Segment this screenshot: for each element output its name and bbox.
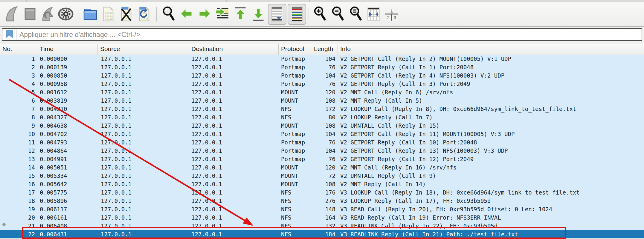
cell-time: 0.005896 bbox=[37, 197, 98, 205]
cell-length: 104 bbox=[312, 130, 338, 138]
cell-no: 10 bbox=[0, 130, 37, 138]
packet-row[interactable]: 9 0.004638 127.0.0.1 127.0.0.1 MOUNT 108… bbox=[0, 121, 644, 130]
close-file-button[interactable]: 010100110101110 bbox=[118, 4, 135, 24]
layout-panes-button[interactable]: 123 bbox=[383, 4, 400, 24]
cell-destination: 127.0.0.1 bbox=[189, 63, 279, 71]
svg-text:01010: 01010 bbox=[105, 11, 113, 14]
go-first-packet-button[interactable] bbox=[232, 4, 249, 24]
capture-options-button[interactable] bbox=[57, 4, 74, 24]
packet-row[interactable]: 20 0.006161 127.0.0.1 127.0.0.1 NFS 164 … bbox=[0, 213, 644, 222]
svg-text:3: 3 bbox=[394, 15, 396, 20]
go-to-packet-button[interactable] bbox=[214, 4, 231, 24]
column-header-source[interactable]: Source bbox=[98, 44, 189, 55]
cell-info: V2 MNT Reply (Call In 5) bbox=[338, 96, 644, 105]
filter-bar bbox=[0, 27, 644, 44]
column-header-protocol[interactable]: Protocol bbox=[279, 44, 312, 55]
find-packet-button[interactable] bbox=[160, 4, 177, 24]
packet-row[interactable]: 16 0.005642 127.0.0.1 127.0.0.1 MOUNT 10… bbox=[0, 180, 644, 188]
cell-time: 0.004991 bbox=[37, 155, 98, 163]
packet-row[interactable]: 18 0.005896 127.0.0.1 127.0.0.1 NFS 276 … bbox=[0, 197, 644, 205]
go-back-button[interactable] bbox=[178, 4, 195, 24]
cell-info: V2 MNT Call (Reply In 16) /srv/nfs bbox=[338, 163, 644, 172]
cell-source: 127.0.0.1 bbox=[98, 80, 189, 88]
restart-capture-button[interactable] bbox=[39, 4, 56, 24]
stop-square-icon bbox=[22, 5, 38, 24]
toolbar-separator bbox=[309, 8, 309, 20]
packet-row[interactable]: 3 0.000850 127.0.0.1 127.0.0.1 Portmap 1… bbox=[0, 71, 644, 80]
open-file-button[interactable] bbox=[82, 4, 99, 24]
save-document-icon: 010100110101110 bbox=[100, 5, 116, 24]
filter-bookmark-button[interactable] bbox=[2, 29, 16, 40]
cell-time: 0.004864 bbox=[37, 147, 98, 155]
cell-source: 127.0.0.1 bbox=[98, 180, 189, 188]
cell-source: 127.0.0.1 bbox=[98, 88, 189, 96]
column-header-info[interactable]: Info bbox=[338, 44, 644, 55]
cell-protocol: NFS bbox=[279, 197, 312, 205]
stop-capture-button[interactable] bbox=[22, 4, 38, 24]
cell-time: 0.005775 bbox=[37, 188, 98, 197]
go-forward-button[interactable] bbox=[196, 4, 213, 24]
cell-no: 19 bbox=[0, 205, 37, 213]
cell-time: 0.000139 bbox=[37, 63, 98, 71]
packet-row[interactable]: 2 0.000139 127.0.0.1 127.0.0.1 Portmap 7… bbox=[0, 63, 644, 71]
toolbar-separator bbox=[156, 7, 157, 21]
go-last-packet-button[interactable] bbox=[250, 4, 267, 24]
packet-row[interactable]: 13 0.004991 127.0.0.1 127.0.0.1 Portmap … bbox=[0, 155, 644, 163]
cell-length: 104 bbox=[312, 147, 338, 155]
colorize-toggle[interactable] bbox=[288, 4, 306, 25]
cell-time: 0.004210 bbox=[37, 105, 98, 113]
packet-row[interactable]: 17 0.005775 127.0.0.1 127.0.0.1 NFS 176 … bbox=[0, 188, 644, 197]
cell-length: 76 bbox=[312, 155, 338, 163]
column-header-destination[interactable]: Destination bbox=[189, 44, 279, 55]
cell-source: 127.0.0.1 bbox=[98, 138, 189, 147]
cell-protocol: NFS bbox=[279, 105, 312, 113]
packet-row[interactable]: 5 0.001612 127.0.0.1 127.0.0.1 MOUNT 120… bbox=[0, 88, 644, 96]
packet-row[interactable]: 14 0.005051 127.0.0.1 127.0.0.1 MOUNT 12… bbox=[0, 163, 644, 172]
zoom-out-icon bbox=[330, 5, 346, 24]
start-capture-button[interactable] bbox=[4, 4, 20, 24]
packet-row[interactable]: 6 0.003819 127.0.0.1 127.0.0.1 MOUNT 108… bbox=[0, 96, 644, 105]
zoom-reset-button[interactable] bbox=[347, 4, 364, 24]
cell-no: 4 bbox=[0, 80, 37, 88]
zoom-out-button[interactable] bbox=[329, 4, 346, 24]
packet-row[interactable]: 12 0.004864 127.0.0.1 127.0.0.1 Portmap … bbox=[0, 147, 644, 155]
reload-file-button[interactable]: 101001110 bbox=[136, 4, 152, 24]
column-header-time[interactable]: Time bbox=[37, 44, 98, 55]
cell-destination: 127.0.0.1 bbox=[189, 163, 279, 172]
cell-source: 127.0.0.1 bbox=[98, 230, 189, 238]
display-filter-box[interactable] bbox=[2, 28, 642, 41]
display-filter-input[interactable] bbox=[16, 31, 642, 39]
cell-destination: 127.0.0.1 bbox=[189, 55, 279, 63]
packet-row[interactable]: 19 0.006117 127.0.0.1 127.0.0.1 NFS 148 … bbox=[0, 205, 644, 213]
resize-columns-button[interactable] bbox=[365, 4, 382, 24]
cell-length: 76 bbox=[312, 63, 338, 71]
cell-length: 120 bbox=[312, 88, 338, 96]
cell-protocol: MOUNT bbox=[279, 163, 312, 172]
save-file-button[interactable]: 010100110101110 bbox=[100, 4, 117, 24]
column-header-no[interactable]: No. bbox=[0, 44, 37, 55]
cell-no: 17 bbox=[0, 188, 37, 197]
zoom-in-button[interactable] bbox=[312, 4, 328, 24]
cell-length: 76 bbox=[312, 80, 338, 88]
packet-row[interactable]: 22 0.006431 127.0.0.1 127.0.0.1 NFS 184 … bbox=[0, 230, 644, 238]
packet-row[interactable]: 8 0.004327 127.0.0.1 127.0.0.1 NFS 80 V2… bbox=[0, 113, 644, 121]
packet-row[interactable]: 15 0.005334 127.0.0.1 127.0.0.1 MOUNT 72… bbox=[0, 172, 644, 180]
packet-row[interactable]: 21 0.006408 127.0.0.1 127.0.0.1 NFS 132 … bbox=[0, 222, 644, 230]
cell-destination: 127.0.0.1 bbox=[189, 155, 279, 163]
auto-scroll-toggle[interactable] bbox=[268, 4, 286, 25]
cell-no: 12 bbox=[0, 147, 37, 155]
cell-time: 0.006117 bbox=[37, 205, 98, 213]
packet-row[interactable]: 7 0.004210 127.0.0.1 127.0.0.1 NFS 172 V… bbox=[0, 105, 644, 113]
packet-row[interactable]: 10 0.004702 127.0.0.1 127.0.0.1 Portmap … bbox=[0, 130, 644, 138]
colorize-icon bbox=[289, 5, 305, 24]
packet-row[interactable]: 4 0.000958 127.0.0.1 127.0.0.1 Portmap 7… bbox=[0, 80, 644, 88]
cell-no: 11 bbox=[0, 138, 37, 147]
packet-row[interactable]: 11 0.004793 127.0.0.1 127.0.0.1 Portmap … bbox=[0, 138, 644, 147]
packet-row[interactable]: 1 0.000000 127.0.0.1 127.0.0.1 Portmap 1… bbox=[0, 55, 644, 63]
column-header-length[interactable]: Length bbox=[312, 44, 338, 55]
shark-fin-icon bbox=[4, 5, 20, 24]
toolbar-separator bbox=[78, 7, 78, 21]
cell-info: V2 MNT Call (Reply In 6) /srv/nfs bbox=[338, 88, 644, 96]
cell-length: 132 bbox=[312, 222, 338, 230]
cell-time: 0.000000 bbox=[37, 55, 98, 63]
